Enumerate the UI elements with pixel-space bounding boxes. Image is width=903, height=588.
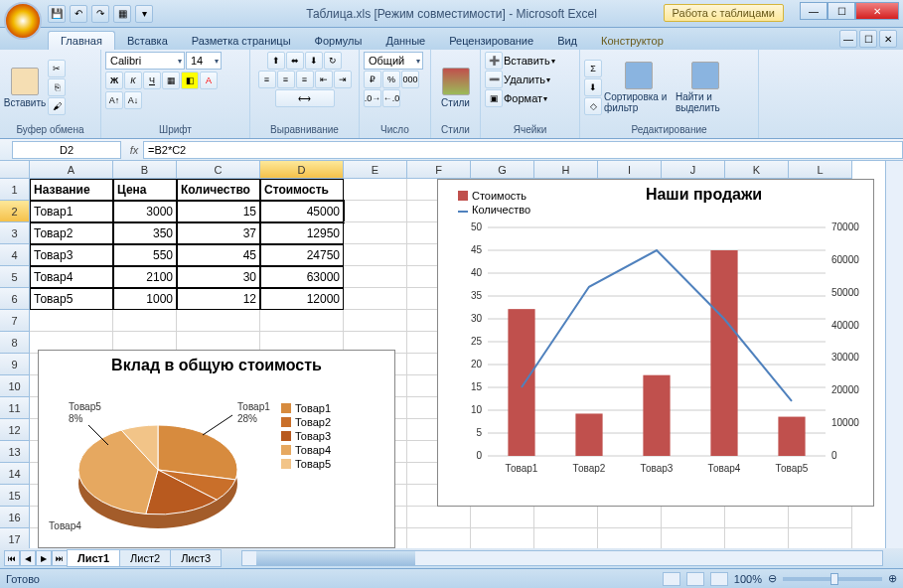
zoom-in-button[interactable]: ⊕ [888, 572, 897, 585]
row-header[interactable]: 6 [0, 288, 30, 310]
col-header[interactable]: L [789, 161, 852, 179]
align-left-button[interactable]: ≡ [258, 71, 276, 88]
bold-button[interactable]: Ж [105, 72, 123, 89]
cell[interactable] [471, 528, 534, 548]
cell[interactable] [113, 310, 177, 332]
styles-button[interactable]: Стили [435, 55, 476, 120]
col-header[interactable]: K [725, 161, 789, 179]
col-header[interactable]: C [177, 161, 260, 179]
cell[interactable]: Товар4 [30, 266, 113, 288]
row-header[interactable]: 7 [0, 310, 30, 332]
cell[interactable] [662, 507, 725, 528]
cell[interactable]: Цена [113, 179, 177, 201]
cell[interactable]: 12000 [260, 288, 344, 310]
comma-button[interactable]: 000 [401, 71, 419, 88]
decrease-decimal-button[interactable]: ←.0 [382, 89, 400, 107]
cell[interactable]: Товар2 [30, 222, 113, 244]
row-header[interactable]: 15 [0, 485, 30, 507]
col-header[interactable]: F [407, 161, 471, 179]
cell[interactable]: Товар1 [30, 201, 113, 222]
view-normal-button[interactable] [663, 572, 680, 586]
col-header[interactable]: B [113, 161, 177, 179]
undo-icon[interactable]: ↶ [70, 5, 87, 23]
copy-icon[interactable]: ⎘ [48, 78, 66, 96]
cell[interactable]: 45 [177, 244, 260, 266]
paste-button[interactable]: Вставить [4, 55, 46, 120]
sort-filter-button[interactable]: Сортировка и фильтр [604, 55, 674, 120]
cell[interactable] [471, 507, 534, 528]
sheet-nav-last[interactable]: ⏭ [52, 550, 68, 566]
italic-button[interactable]: К [124, 72, 142, 89]
zoom-out-button[interactable]: ⊖ [768, 572, 777, 585]
sheet-tab[interactable]: Лист2 [119, 549, 171, 567]
cell[interactable] [344, 244, 407, 266]
sheet-tab[interactable]: Лист3 [170, 549, 222, 567]
tab-formulas[interactable]: Формулы [303, 32, 375, 50]
col-header[interactable]: G [471, 161, 534, 179]
indent-less-button[interactable]: ⇤ [315, 71, 333, 88]
horizontal-scrollbar[interactable] [241, 550, 883, 566]
office-button[interactable] [4, 2, 42, 40]
cell[interactable] [407, 507, 471, 528]
percent-button[interactable]: % [382, 71, 400, 88]
qat-more-icon[interactable]: ▾ [135, 5, 153, 23]
cell[interactable] [344, 288, 407, 310]
maximize-button[interactable]: ☐ [828, 2, 855, 20]
vertical-scrollbar[interactable] [885, 161, 903, 548]
name-box[interactable]: D2 [12, 141, 121, 159]
row-header[interactable]: 2 [0, 201, 30, 222]
cell[interactable] [598, 528, 662, 548]
row-header[interactable]: 14 [0, 463, 30, 485]
tab-view[interactable]: Вид [545, 32, 589, 50]
row-header[interactable]: 9 [0, 354, 30, 375]
cell[interactable] [177, 310, 260, 332]
tab-review[interactable]: Рецензирование [437, 32, 545, 50]
view-pagebreak-button[interactable] [710, 572, 728, 586]
col-header[interactable]: J [662, 161, 725, 179]
cell[interactable]: 15 [177, 201, 260, 222]
find-select-button[interactable]: Найти и выделить [676, 55, 735, 120]
cell[interactable]: Товар3 [30, 244, 113, 266]
cell[interactable] [407, 528, 471, 548]
col-header[interactable]: A [30, 161, 113, 179]
clear-button[interactable]: ◇ [584, 97, 602, 115]
doc-close-button[interactable]: ✕ [879, 30, 897, 48]
doc-minimize-button[interactable]: — [839, 30, 857, 48]
grow-font-button[interactable]: A↑ [105, 91, 123, 109]
cell[interactable] [789, 507, 852, 528]
cell[interactable] [260, 310, 344, 332]
sheet-nav-first[interactable]: ⏮ [4, 550, 20, 566]
cell[interactable]: 3000 [113, 201, 177, 222]
font-name-combo[interactable]: Calibri [105, 52, 185, 70]
border-button[interactable]: ▦ [162, 72, 180, 89]
tab-pagelayout[interactable]: Разметка страницы [180, 32, 303, 50]
row-header[interactable]: 1 [0, 179, 30, 201]
format-painter-icon[interactable]: 🖌 [48, 97, 66, 115]
row-header[interactable]: 16 [0, 507, 30, 528]
cell[interactable] [725, 507, 789, 528]
orientation-button[interactable]: ↻ [324, 52, 342, 70]
sheet-nav-prev[interactable]: ◀ [20, 550, 36, 566]
row-header[interactable]: 3 [0, 222, 30, 244]
fill-color-button[interactable]: ◧ [181, 72, 199, 89]
row-header[interactable]: 11 [0, 397, 30, 419]
col-header[interactable]: D [260, 161, 344, 179]
align-top-button[interactable]: ⬆ [267, 52, 285, 70]
format-cells-button[interactable]: ▣Формат▾ [485, 89, 575, 107]
cell[interactable]: 2100 [113, 266, 177, 288]
merge-button[interactable]: ⟷ [275, 89, 335, 107]
cell[interactable] [598, 507, 662, 528]
align-middle-button[interactable]: ⬌ [286, 52, 304, 70]
number-format-combo[interactable]: Общий [364, 52, 423, 70]
cell[interactable]: 45000 [260, 201, 344, 222]
cell[interactable]: Количество [177, 179, 260, 201]
row-header[interactable]: 10 [0, 375, 30, 397]
col-header[interactable]: I [598, 161, 662, 179]
cell[interactable] [789, 528, 852, 548]
row-header[interactable]: 17 [0, 528, 30, 548]
cell[interactable]: 1000 [113, 288, 177, 310]
cut-icon[interactable]: ✂ [48, 60, 66, 77]
cell[interactable]: Товар5 [30, 288, 113, 310]
insert-cells-button[interactable]: ➕Вставить▾ [485, 52, 575, 70]
autosum-button[interactable]: Σ [584, 60, 602, 77]
